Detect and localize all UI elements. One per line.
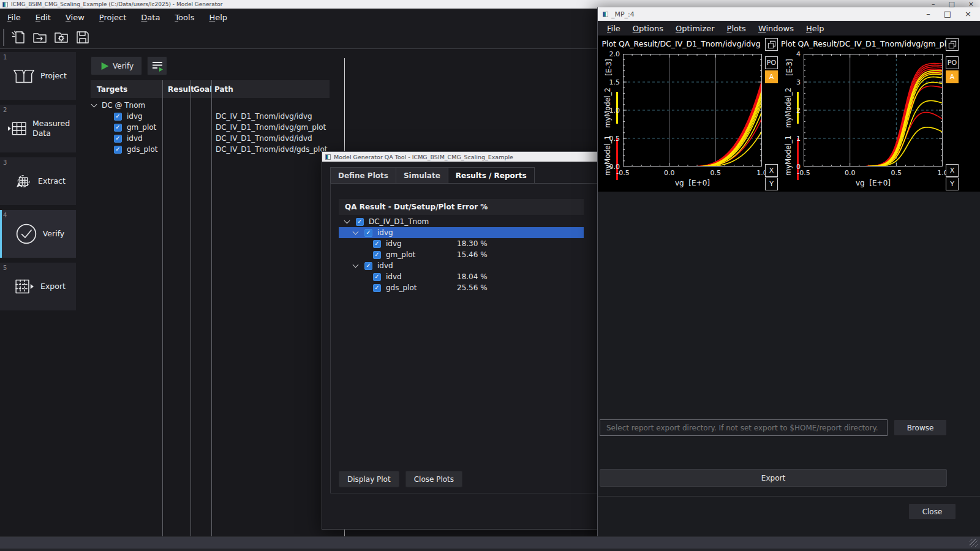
sidebar-step[interactable]: 2 Measured Data	[0, 105, 76, 152]
qa-tab[interactable]: Define Plots	[330, 167, 396, 184]
sidebar-step[interactable]: 3 Extract	[0, 157, 76, 205]
checkbox[interactable]	[373, 251, 381, 259]
targets-rows: idvg DC_IV_D1_Tnom/idvg/idvg gm_plot DC_…	[91, 111, 599, 155]
sidebar-step[interactable]: 1 Project	[0, 52, 76, 100]
browse-button[interactable]: Browse	[894, 419, 947, 436]
restore-window-icon[interactable]	[765, 38, 778, 51]
checkbox[interactable]	[364, 229, 372, 237]
chevron-down-icon[interactable]	[352, 229, 360, 236]
qa-tree-row[interactable]: DC_IV_D1_Tnom	[339, 216, 584, 227]
verify-run-button[interactable]: Verify	[91, 56, 142, 75]
qa-tab[interactable]: Results / Reports	[448, 167, 535, 184]
step-label: Verify	[43, 229, 64, 239]
qa-row-label: idvg	[386, 239, 402, 248]
menu-item[interactable]: Help	[806, 24, 824, 33]
y-axis-button[interactable]: Y	[765, 178, 778, 190]
menu-item[interactable]: Optimizer	[676, 24, 715, 33]
po-button[interactable]: PO	[946, 56, 959, 69]
x-axis-button[interactable]: X	[765, 164, 778, 177]
menu-item[interactable]: File	[7, 13, 21, 22]
close-button[interactable]: Close	[908, 503, 956, 520]
checkbox[interactable]	[364, 262, 372, 270]
checkbox[interactable]	[114, 124, 122, 132]
y-tick-label: 2.0	[598, 50, 620, 58]
target-row[interactable]: gm_plot DC_IV_D1_Tnom/idvg/gm_plot	[91, 122, 599, 133]
maximize-icon[interactable]: □	[944, 9, 951, 18]
col-goal[interactable]: Goal	[190, 85, 211, 94]
close-icon[interactable]: ×	[965, 9, 971, 18]
minimize-icon[interactable]: –	[926, 9, 930, 18]
qa-tab[interactable]: Simulate	[396, 167, 448, 184]
menu-item[interactable]: View	[66, 13, 85, 22]
export-button[interactable]: Export	[600, 469, 947, 487]
chevron-down-icon[interactable]	[344, 218, 351, 225]
col-targets[interactable]: Targets	[91, 85, 163, 94]
menu-item[interactable]: Data	[141, 13, 160, 22]
menu-item[interactable]: Help	[209, 13, 227, 22]
project-settings-icon[interactable]	[52, 28, 70, 47]
menu-item[interactable]: Windows	[758, 24, 794, 33]
y-axis-button[interactable]: Y	[946, 178, 959, 190]
checkbox[interactable]	[114, 113, 122, 121]
checkbox[interactable]	[356, 218, 364, 226]
run-list-button[interactable]	[147, 56, 167, 75]
checkbox[interactable]	[373, 240, 381, 248]
step-number: 3	[3, 159, 7, 166]
display-plot-button[interactable]: Display Plot	[339, 471, 399, 487]
plot-canvas[interactable]	[623, 54, 762, 167]
col-result[interactable]: Result	[163, 85, 190, 94]
step-icon	[14, 222, 39, 246]
chevron-down-icon[interactable]	[91, 102, 98, 109]
x-axis-button[interactable]: X	[946, 164, 959, 177]
close-icon[interactable]: ×	[968, 1, 974, 7]
menu-item[interactable]: File	[607, 24, 620, 33]
verify-run-label: Verify	[113, 62, 134, 70]
plot-title: Plot QA_Result/DC_IV_D1_Tnom/idvg/idvg	[600, 39, 762, 48]
open-project-icon[interactable]	[31, 28, 49, 47]
checkbox[interactable]	[373, 284, 381, 292]
menu-item[interactable]: Tools	[175, 13, 194, 22]
targets-group-row[interactable]: DC @ Tnom	[91, 100, 145, 111]
qa-tree-row[interactable]: idvd 18.04 %	[339, 271, 584, 282]
qa-tree-row[interactable]: idvg 18.30 %	[339, 238, 584, 249]
sidebar-step[interactable]: 5 Export	[0, 263, 76, 310]
close-plots-button[interactable]: Close Plots	[405, 471, 462, 487]
qa-tree-row[interactable]: gm_plot 15.46 %	[339, 249, 584, 260]
save-icon[interactable]	[74, 28, 92, 47]
plot-window-title: _MP_:4	[611, 10, 635, 18]
app-icon	[603, 12, 608, 17]
plot-window-titlebar: _MP_:4 – □ ×	[598, 7, 980, 21]
export-directory-input[interactable]	[600, 419, 888, 436]
qa-tree: DC_IV_D1_Tnom idvg idvg 18.30 %	[339, 216, 584, 293]
checkbox[interactable]	[114, 146, 122, 154]
qa-tree-row[interactable]: idvd	[339, 260, 584, 271]
minimize-icon[interactable]: –	[932, 1, 935, 7]
checkbox[interactable]	[114, 135, 122, 143]
menu-item[interactable]: Options	[633, 24, 663, 33]
plot-canvas[interactable]	[804, 54, 943, 167]
checkbox[interactable]	[373, 273, 381, 281]
col-path[interactable]: Path	[211, 85, 233, 94]
step-number: 4	[3, 212, 7, 219]
target-row[interactable]: idvg DC_IV_D1_Tnom/idvg/idvg	[91, 111, 599, 122]
resize-grip-icon[interactable]	[970, 539, 978, 547]
qa-col-plot[interactable]: QA Result - Dut/Setup/Plot	[339, 203, 457, 211]
po-button[interactable]: PO	[765, 56, 778, 69]
sidebar-step[interactable]: 4 Verify	[0, 210, 76, 258]
qa-tree-row[interactable]: gds_plot 25.56 %	[339, 282, 584, 293]
new-project-icon[interactable]	[9, 28, 28, 47]
restore-window-icon[interactable]	[946, 38, 959, 51]
menu-item[interactable]: Project	[99, 13, 127, 22]
target-row[interactable]: idvd DC_IV_D1_Tnom/idvd/idvd	[91, 133, 599, 144]
axis-active-button[interactable]: A	[765, 70, 778, 83]
qa-tree-row[interactable]: idvg	[339, 227, 584, 238]
maximize-icon[interactable]: □	[948, 1, 954, 7]
qa-col-error[interactable]: Error %	[457, 203, 488, 211]
menu-item[interactable]: Plots	[727, 24, 746, 33]
menu-item[interactable]: Edit	[36, 13, 51, 22]
toolbar-grip[interactable]	[3, 29, 4, 46]
target-path: DC_IV_D1_Tnom/idvg/idvg	[216, 112, 312, 121]
chevron-down-icon[interactable]	[352, 262, 360, 269]
qa-row-label: idvd	[377, 261, 393, 270]
axis-active-button[interactable]: A	[946, 70, 959, 83]
